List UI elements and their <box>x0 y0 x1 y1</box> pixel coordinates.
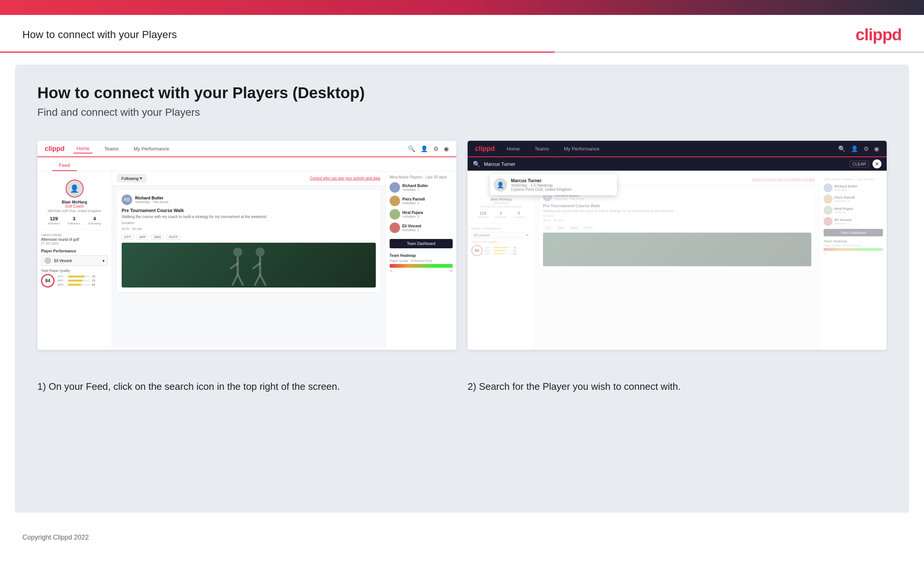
search-result-info: Marcus Turner Yesterday · 1-5 Handicap C… <box>511 178 571 192</box>
clippd-logo: clippd <box>855 25 901 44</box>
bar-ott: OTT 79 <box>57 275 95 278</box>
copyright-text: Copyright Clippd 2022 <box>23 534 89 541</box>
following-bar: Following ▾ Control who can see your act… <box>112 171 385 185</box>
main-content-area: How to connect with your Players (Deskto… <box>15 65 909 513</box>
player-name-1: Piers Parnell <box>402 197 425 201</box>
avatar-icon[interactable]: ◉ <box>444 145 449 153</box>
search-icon-3: 🔍 <box>473 161 480 168</box>
team-dashboard-button[interactable]: Team Dashboard <box>390 239 453 248</box>
player-performance-title: Player Performance <box>41 249 108 253</box>
search-result-meta1: Yesterday · 1-5 Handicap <box>511 183 571 187</box>
tag-arg: ARG <box>151 234 164 240</box>
nav-home[interactable]: Home <box>73 144 92 153</box>
nav-icons-2: 🔍 👤 ⚙ ◉ <box>838 145 879 153</box>
quality-label: Total Player Quality <box>41 269 108 273</box>
player-avatar-1 <box>390 196 400 206</box>
header-divider <box>0 52 924 53</box>
feed-tab[interactable]: Feed <box>52 160 77 171</box>
search-bar-overlay: 🔍 CLEAR ✕ <box>468 157 887 170</box>
search-result-dropdown: 👤 Marcus Turner Yesterday · 1-5 Handicap… <box>490 174 617 195</box>
app-sidebar: 👤 Blair McHarg Golf Coach Mill Ride Golf… <box>37 171 112 347</box>
player-acts-1: Activities: 4 <box>402 201 425 205</box>
page-header: How to connect with your Players clippd <box>0 15 924 52</box>
activity-duration-label: Duration <box>121 221 376 225</box>
nav-teams[interactable]: Teams <box>102 144 121 153</box>
app-nav-bar-2: clippd Home Teams My Performance 🔍 👤 ⚙ ◉ <box>468 141 887 157</box>
panel-2: clippd Home Teams My Performance 🔍 👤 ⚙ ◉… <box>468 141 887 350</box>
most-active-title: Most Active Players - Last 30 days <box>390 175 453 179</box>
settings-icon-2[interactable]: ⚙ <box>864 145 869 153</box>
caption-2: 2) Search for the Player you wish to con… <box>468 368 887 401</box>
search-result-meta2: Cypress Point Club, United Kingdom <box>511 187 571 192</box>
latest-activity-value: Afternoon round of golf <box>41 237 108 242</box>
settings-icon[interactable]: ⚙ <box>433 145 439 153</box>
user-icon[interactable]: 👤 <box>421 145 428 153</box>
profile-card: 👤 Blair McHarg Golf Coach Mill Ride Golf… <box>41 175 108 230</box>
svg-point-5 <box>256 248 265 257</box>
following-button[interactable]: Following ▾ <box>117 174 146 182</box>
clear-button[interactable]: CLEAR <box>850 161 869 167</box>
chevron-down-icon-2: ▾ <box>140 176 142 181</box>
search-result-item[interactable]: 👤 Marcus Turner Yesterday · 1-5 Handicap… <box>494 178 613 192</box>
search-icon-2[interactable]: 🔍 <box>838 145 846 153</box>
nav-my-performance[interactable]: My Performance <box>131 144 172 153</box>
latest-activity-label: Latest Activity <box>41 233 108 237</box>
player-selector-avatar <box>44 257 51 264</box>
player-info-2: Hiral Pujara Activities: 3 <box>402 211 423 218</box>
profile-stats: 129 Activities 3 Followers 4 Following <box>44 216 105 225</box>
user-icon-2[interactable]: 👤 <box>851 145 858 153</box>
activity-user-meta: Yesterday · The Grove <box>135 200 169 204</box>
app-body: 👤 Blair McHarg Golf Coach Mill Ride Golf… <box>37 171 456 347</box>
svg-line-8 <box>254 274 260 286</box>
control-link[interactable]: Control who can see your activity and da… <box>310 176 380 180</box>
activity-user-name: Richard Butler <box>135 196 169 200</box>
player-info-0: Richard Butler Activities: 7 <box>402 184 428 192</box>
close-search-button[interactable]: ✕ <box>872 159 882 169</box>
player-item-2: Hiral Pujara Activities: 3 <box>390 209 453 219</box>
search-input[interactable] <box>484 161 846 167</box>
stat-activities: 129 Activities <box>48 216 60 225</box>
activity-card: RB Richard Butler Yesterday · The Grove … <box>117 190 380 292</box>
player-info-1: Piers Parnell Activities: 4 <box>402 197 425 205</box>
nav-teams-2[interactable]: Teams <box>532 144 552 153</box>
dimmed-background: 👤 Blair McHarg Golf Coach Mill Ride Golf… <box>468 174 887 350</box>
bar-app: APP 70 <box>57 279 95 282</box>
player-avatar-3 <box>390 222 400 233</box>
team-heatmap-sub: Player Quality · 30 Round Trend <box>390 259 453 263</box>
panels-row: clippd Home Teams My Performance 🔍 👤 ⚙ ◉… <box>37 141 887 350</box>
nav-home-2[interactable]: Home <box>504 144 523 153</box>
main-title: How to connect with your Players (Deskto… <box>37 84 887 102</box>
player-item-1: Piers Parnell Activities: 4 <box>390 196 453 206</box>
player-item-3: Eli Vincent Activities: 1 <box>390 222 453 233</box>
player-selector-dropdown[interactable]: Eli Vincent ▾ <box>41 255 108 266</box>
latest-activity-date: 27 Jul 2022 <box>41 242 108 245</box>
player-avatar-0 <box>390 182 400 193</box>
team-heatmap-title: Team Heatmap <box>390 253 453 258</box>
player-performance-section: Player Performance Eli Vincent ▾ Total P… <box>41 249 108 287</box>
activity-user: RB Richard Butler Yesterday · The Grove <box>121 195 376 205</box>
app-nav-bar: clippd Home Teams My Performance 🔍 👤 ⚙ ◉ <box>37 141 456 157</box>
heatmap-min: -5 <box>390 269 392 273</box>
bar-arg: ARG 64 <box>57 283 95 286</box>
player-acts-2: Activities: 3 <box>402 215 423 218</box>
profile-role: Golf Coach <box>44 204 105 208</box>
tag-putt: PUTT <box>167 234 181 240</box>
activity-illustration <box>215 245 283 286</box>
nav-icons: 🔍 👤 ⚙ ◉ <box>408 145 449 153</box>
search-result-avatar: 👤 <box>494 178 507 192</box>
nav-my-performance-2[interactable]: My Performance <box>561 144 602 153</box>
caption-row: 1) On your Feed, click on the search ico… <box>37 368 887 401</box>
quality-score: 84 <box>41 274 55 287</box>
tag-ott: OTT <box>121 234 134 240</box>
quality-bars: OTT 79 APP 70 <box>57 275 95 287</box>
profile-avatar: 👤 <box>66 180 84 198</box>
stat-following: 4 Following <box>89 216 101 225</box>
app-feed: Following ▾ Control who can see your act… <box>112 171 385 347</box>
top-gradient-bar <box>0 0 924 15</box>
search-result-name: Marcus Turner <box>511 178 571 183</box>
svg-line-4 <box>238 274 243 286</box>
activity-title: Pre Tournament Course Walk <box>121 208 376 213</box>
avatar-icon-2[interactable]: ◉ <box>874 145 879 153</box>
following-label: Following <box>121 176 138 181</box>
search-icon[interactable]: 🔍 <box>408 145 415 153</box>
